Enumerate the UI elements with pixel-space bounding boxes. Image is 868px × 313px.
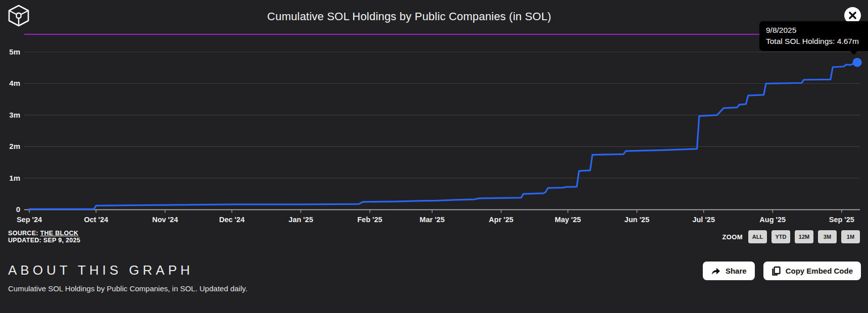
y-axis-tick-label: 0 [16, 205, 20, 214]
sol-holdings-line [29, 63, 857, 210]
x-axis-tick-label: Feb '25 [357, 216, 382, 224]
x-axis-tick-label: Apr '25 [489, 216, 514, 224]
line-chart[interactable]: 01m2m3m4m5mSep '24Oct '24Nov '24Dec '24J… [0, 0, 868, 228]
copy-icon [771, 266, 781, 276]
updated-label: UPDATED: SEP 9, 2025 [8, 237, 80, 244]
tooltip-value: Total SOL Holdings: 4.67m [766, 37, 861, 46]
zoom-button-1m[interactable]: 1M [841, 230, 860, 243]
chart-tooltip: 9/8/2025 Total SOL Holdings: 4.67m [759, 21, 868, 51]
x-axis-tick-label: Mar '25 [420, 216, 445, 224]
x-axis-tick-label: Aug '25 [759, 216, 786, 224]
y-axis-tick-label: 3m [9, 111, 20, 119]
action-buttons: Share Copy Embed Code [703, 262, 861, 280]
y-axis-tick-label: 4m [9, 79, 20, 87]
zoom-button-ytd[interactable]: YTD [771, 230, 790, 243]
x-axis-tick-label: May '25 [555, 216, 581, 224]
zoom-button-all[interactable]: ALL [748, 230, 767, 243]
x-axis-tick-label: Sep '25 [829, 216, 854, 224]
y-axis-tick-label: 2m [9, 142, 20, 150]
x-axis-tick-label: Jan '25 [288, 216, 313, 224]
about-heading: ABOUT THIS GRAPH [8, 263, 194, 278]
zoom-button-3m[interactable]: 3M [818, 230, 837, 243]
y-axis-tick-label: 5m [9, 47, 20, 56]
chart-widget: Cumulative SOL Holdings by Public Compan… [0, 0, 868, 313]
share-button[interactable]: Share [703, 262, 755, 280]
x-axis-tick-label: Jun '25 [624, 216, 649, 224]
about-description: Cumulative SOL Holdings by Public Compan… [8, 284, 248, 293]
zoom-label: ZOOM [722, 233, 743, 241]
x-axis-tick-label: Oct '24 [84, 216, 108, 224]
x-axis-tick-label: Sep '24 [17, 216, 42, 224]
source-label: SOURCE: [8, 230, 40, 237]
x-axis-tick-label: Jul '25 [692, 216, 715, 224]
source-block: SOURCE: THE BLOCK UPDATED: SEP 9, 2025 [8, 230, 80, 244]
share-icon [711, 267, 721, 276]
zoom-controls: ZOOM ALLYTD12M3M1M [722, 230, 860, 243]
y-axis-tick-label: 1m [9, 174, 20, 182]
x-axis-tick-label: Dec '24 [219, 216, 245, 224]
tooltip-date: 9/8/2025 [766, 26, 861, 35]
x-axis-tick-label: Nov '24 [152, 216, 178, 224]
zoom-button-12m[interactable]: 12M [795, 230, 813, 243]
last-point-marker[interactable] [853, 58, 862, 67]
source-link[interactable]: THE BLOCK [40, 230, 79, 237]
copy-embed-button[interactable]: Copy Embed Code [763, 262, 861, 280]
